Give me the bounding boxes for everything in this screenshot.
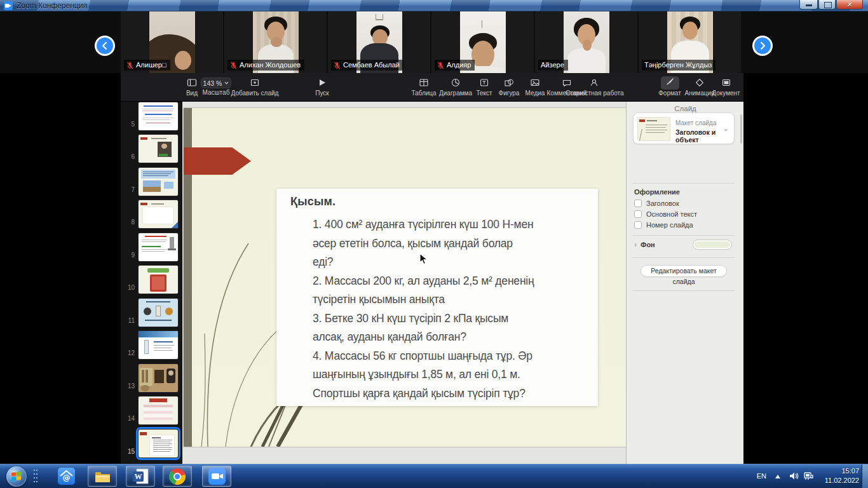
muted-mic-icon <box>126 62 133 69</box>
table-button[interactable]: Таблица <box>410 76 438 97</box>
taskbar: @ W EN <box>0 464 868 488</box>
muted-mic-icon <box>437 62 444 69</box>
slide-thumbnail-11[interactable]: 11 <box>121 298 182 329</box>
start-button[interactable] <box>6 466 27 487</box>
slide-thumbnail-5[interactable]: 5 <box>121 102 182 132</box>
checkbox-icon <box>634 221 642 229</box>
checkbox-body-text[interactable]: Основной текст <box>634 210 697 219</box>
add-slide-icon <box>230 76 280 89</box>
shape-icon <box>496 76 522 89</box>
participant-name-label: Тәңірберген Жұлдыз <box>642 60 715 71</box>
taskbar-zoom-button[interactable] <box>202 466 231 487</box>
participant-video-6[interactable]: Тәңірберген Жұлдыз <box>639 11 741 73</box>
checkbox-slide-number[interactable]: Номер слайда <box>634 220 693 229</box>
folder-icon <box>94 468 111 485</box>
slide-red-arrow-decoration <box>184 147 251 175</box>
zoom-control[interactable]: 143 % Масштаб <box>200 76 233 96</box>
slide-thumbnail-panel: 5 6 <box>121 102 182 464</box>
slide-thumbnail-8[interactable]: 8 <box>121 200 182 230</box>
text-button[interactable]: Текст <box>474 76 494 97</box>
taskbar-explorer-button[interactable] <box>88 466 117 487</box>
slide-body-line: түсіретін қысымын анықта <box>313 290 592 309</box>
slide-body-line: әсер ететін болса, қысым қандай болар <box>313 234 592 254</box>
participant-name-label: Алихан Жолдошев <box>227 60 304 71</box>
current-slide[interactable]: Қысым. 1. 400 см² ауданға түсірілген күш… <box>184 108 626 447</box>
previous-participants-button[interactable] <box>95 36 115 56</box>
chevron-down-icon <box>224 81 229 85</box>
next-participants-button[interactable] <box>752 36 773 56</box>
minimize-button[interactable] <box>799 0 818 10</box>
language-indicator[interactable]: EN <box>757 472 766 480</box>
thumbnail-preview <box>139 299 178 327</box>
close-button[interactable] <box>836 0 863 10</box>
slide-body-text: 1. 400 см² ауданға түсірілген күш 100 Н-… <box>313 215 592 403</box>
slide-title: Қысым. <box>290 195 336 208</box>
slide-body-line: шаңғының ұзындығы 1,85 м, ал ені 0,1 м. <box>313 365 592 384</box>
background-color-well[interactable] <box>693 240 732 250</box>
appearance-section-header: Оформление <box>634 188 680 196</box>
volume-icon[interactable] <box>789 471 799 480</box>
chart-icon <box>439 76 472 89</box>
layout-label: Макет слайда <box>675 119 716 126</box>
slide-body-line: 1. 400 см² ауданға түсірілген күш 100 Н-… <box>313 215 592 234</box>
slide-layout-selector[interactable]: Макет слайда Заголовок и объект ⌄ <box>633 112 735 144</box>
participant-video-3[interactable]: Сембаев Абылай <box>328 11 430 73</box>
slide-thumbnail-14[interactable]: 14 <box>121 396 182 426</box>
thumbnail-preview <box>139 364 178 392</box>
text-icon <box>474 76 494 89</box>
participant-video-5[interactable]: Айзере <box>535 11 637 73</box>
quick-launch-handle[interactable] <box>33 468 38 485</box>
slide-canvas[interactable]: Қысым. 1. 400 см² ауданға түсірілген күш… <box>182 102 626 464</box>
add-slide-button[interactable]: Добавить слайд <box>230 76 280 97</box>
slide-thumbnail-9[interactable]: 9 <box>121 233 182 263</box>
slide-thumbnail-7[interactable]: 7 <box>121 167 182 198</box>
slide-body-line: алсақ, ауданы қандай болған? <box>313 328 592 347</box>
taskbar-mailru-icon[interactable]: @ <box>53 466 79 487</box>
chart-button[interactable]: Диаграмма <box>439 76 472 97</box>
zoom-value-dropdown[interactable]: 143 % <box>201 78 231 88</box>
window-title: Zoom Конференция <box>17 1 87 10</box>
shape-button[interactable]: Фигура <box>496 76 522 97</box>
background-disclosure[interactable]: › Фон <box>634 240 655 249</box>
svg-text:@: @ <box>62 473 70 482</box>
format-button[interactable]: Формат <box>654 76 686 97</box>
slide-thumbnail-15-selected[interactable]: 15 <box>121 429 182 459</box>
thumbnail-preview <box>139 135 178 163</box>
collaborate-button[interactable]: Совместная работа <box>566 76 623 97</box>
zoom-window-titlebar: Zoom Конференция <box>0 0 868 11</box>
thumbnail-preview <box>139 430 178 458</box>
thumbnail-preview <box>139 233 178 261</box>
show-desktop-button[interactable] <box>862 464 868 488</box>
taskbar-chrome-button[interactable] <box>163 466 192 487</box>
maximize-button[interactable] <box>818 0 836 10</box>
participant-video-2[interactable]: Алихан Жолдошев <box>224 11 327 73</box>
edit-slide-layout-button[interactable]: Редактировать макет слайда <box>641 265 727 277</box>
media-icon <box>524 76 546 89</box>
muted-mic-icon <box>230 62 237 69</box>
play-button[interactable]: Пуск <box>309 76 335 97</box>
slide-thumbnail-13[interactable]: 13 <box>121 363 182 394</box>
slide-thumbnail-10[interactable]: 10 <box>121 265 182 295</box>
clock[interactable]: 15:07 11.02.2022 <box>811 466 859 485</box>
tray-expand-arrow[interactable] <box>775 475 780 478</box>
slide-thumbnail-12[interactable]: 12 <box>121 330 182 361</box>
tray-date: 11.02.2022 <box>811 476 859 485</box>
slide-thumbnail-6[interactable]: 6 <box>121 134 182 165</box>
chrome-icon <box>169 468 186 485</box>
document-button[interactable]: Документ <box>709 76 743 97</box>
media-button[interactable]: Медиа <box>524 76 546 97</box>
windows-logo-icon <box>11 471 21 481</box>
participant-video-1[interactable]: Алишер□ <box>121 11 223 73</box>
checkbox-title[interactable]: Заголовок <box>634 199 679 208</box>
slide-body-line: 4. Массасы 56 кг спортшы шаңғыда тұр. Әр <box>313 347 592 366</box>
thumbnail-preview <box>139 168 178 196</box>
slide-text-box[interactable]: Қысым. 1. 400 см² ауданға түсірілген күш… <box>276 189 598 406</box>
presentation-app-window: Вид 143 % Масштаб Добавить слайд Пуск Та… <box>121 73 743 464</box>
checkbox-icon <box>634 200 642 207</box>
inspector-scrollbar[interactable] <box>740 114 742 144</box>
participant-video-4[interactable]: Алдияр <box>431 11 534 73</box>
video-strip: Алишер□ Алихан Жолдошев <box>0 11 868 73</box>
webcam-video <box>564 11 609 73</box>
divider <box>633 290 735 291</box>
taskbar-word-button[interactable]: W <box>126 466 155 487</box>
